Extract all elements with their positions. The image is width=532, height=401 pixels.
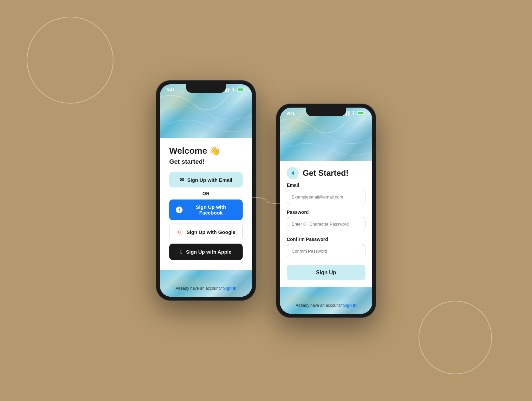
back-button[interactable] [287, 167, 299, 179]
google-icon: G [177, 229, 183, 235]
phone2-footer-text: Already have an account? Sign In [280, 303, 372, 308]
phone-2: 9:41 ▐▐▐ [276, 104, 376, 318]
phone2-wifi-icon [351, 111, 356, 116]
envelope-icon: ✉ [180, 177, 184, 183]
phone1-signin-link[interactable]: Sign In [223, 286, 236, 291]
phone1-notch [186, 84, 226, 93]
svg-rect-3 [244, 89, 245, 91]
confirm-password-label: Confirm Password [287, 237, 365, 242]
phone2-notch [306, 108, 346, 116]
phone2-marble-header: 9:41 ▐▐▐ [280, 108, 372, 161]
phone1-get-started-label: Get started! [169, 158, 243, 165]
phone1-footer-text: Already have an account? Sign In [160, 286, 252, 291]
password-label: Password [287, 210, 365, 215]
email-input[interactable] [287, 190, 365, 204]
chevron-left-icon [291, 171, 294, 175]
phone1-wifi-icon [231, 88, 236, 92]
signup-email-button[interactable]: ✉ Sign Up with Email [169, 172, 243, 187]
signup-main-label: Sign Up [316, 270, 336, 275]
decorative-circle-bottom-right [419, 301, 492, 374]
phone1-welcome-title: Welcome 👋 [169, 146, 243, 156]
phone1-battery-icon [237, 88, 245, 92]
password-input[interactable] [287, 217, 365, 231]
phone1-marble-footer: Already have an account? Sign In [160, 270, 252, 297]
signup-email-label: Sign Up with Email [187, 177, 232, 183]
phone-1-screen: 9:41 ▐▐▐ Welcome [160, 84, 252, 297]
phone-1-wrapper: 9:41 ▐▐▐ Welcome [156, 80, 256, 301]
phone1-marble-header: 9:41 ▐▐▐ [160, 84, 252, 138]
phone2-battery-icon [357, 111, 365, 116]
facebook-icon: f [176, 207, 183, 213]
phone2-time: 9:41 [287, 111, 295, 116]
signup-apple-button[interactable]:  Sign Up with Apple [169, 244, 243, 260]
or-divider: OR [169, 191, 243, 196]
phones-container: 9:41 ▐▐▐ Welcome [156, 90, 376, 311]
confirm-password-input[interactable] [287, 244, 365, 258]
phone-2-wrapper: 9:41 ▐▐▐ [276, 104, 376, 318]
phone2-header-row: Get Started! [280, 161, 372, 182]
decorative-circle-top-left [27, 17, 113, 104]
phone-2-screen: 9:41 ▐▐▐ [280, 108, 372, 314]
signup-google-label: Sign Up with Google [187, 229, 236, 235]
svg-rect-4 [238, 89, 243, 91]
phone2-marble-footer: Already have an account? Sign In [280, 287, 372, 314]
phone2-get-started-title: Get Started! [303, 168, 348, 178]
signup-main-button[interactable]: Sign Up [287, 265, 365, 280]
phone2-form: Email Password Confirm Password Sign Up [280, 182, 372, 287]
apple-icon:  [181, 248, 183, 255]
phone2-signin-link[interactable]: Sign In [343, 303, 356, 308]
phone1-time: 9:41 [167, 88, 175, 92]
phone-1: 9:41 ▐▐▐ Welcome [156, 80, 256, 301]
signup-facebook-label: Sign Up with Facebook [186, 204, 236, 216]
signup-facebook-button[interactable]: f Sign Up with Facebook [169, 199, 243, 220]
svg-rect-7 [358, 112, 363, 114]
phone1-welcome-section: Welcome 👋 Get started! ✉ Sign Up with Em… [160, 138, 252, 270]
svg-rect-6 [364, 112, 365, 114]
email-label: Email [287, 182, 365, 188]
signup-google-button[interactable]: G Sign Up with Google [169, 224, 243, 240]
signup-apple-label: Sign Up with Apple [186, 249, 231, 255]
